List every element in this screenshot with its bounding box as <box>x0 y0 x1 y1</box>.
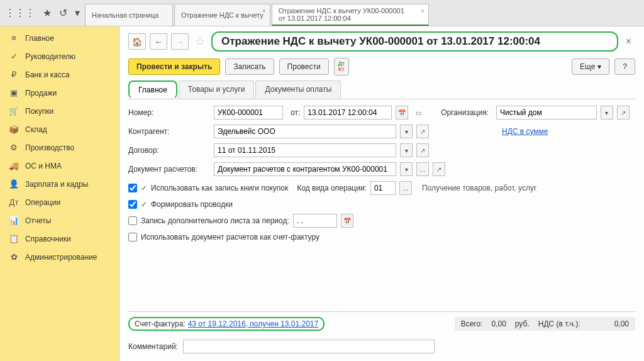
sidebar-item-bank[interactable]: ₽Банк и касса <box>0 65 119 84</box>
number-input[interactable] <box>214 106 283 119</box>
date-label: от: <box>291 108 300 117</box>
dropdown-icon[interactable]: ▾ <box>75 7 80 19</box>
checkbox-label: Формировать проводки <box>151 200 233 209</box>
sidebar-item-warehouse[interactable]: 📦Склад <box>0 120 119 138</box>
page-title: Отражение НДС к вычету УК00-000001 от 13… <box>211 31 618 52</box>
close-icon[interactable]: × <box>420 7 424 14</box>
favorite-icon[interactable]: ☆ <box>192 35 208 48</box>
sidebar-item-payroll[interactable]: 👤Зарплата и кадры <box>0 175 119 193</box>
apps-icon[interactable]: ⋮⋮⋮ <box>5 7 35 19</box>
sales-icon: ▣ <box>9 88 19 97</box>
org-input[interactable] <box>496 106 597 119</box>
date-input[interactable] <box>304 106 392 119</box>
open-icon[interactable]: ↗ <box>617 106 630 119</box>
contract-label: Договор: <box>128 146 210 155</box>
report-icon: 📊 <box>9 216 19 225</box>
subtab-paydocs[interactable]: Документы оплаты <box>255 81 341 99</box>
vat-label: НДС (в т.ч.): <box>538 319 580 328</box>
more-label: Еще <box>580 62 595 71</box>
ellipsis-icon[interactable]: … <box>399 181 412 195</box>
contract-input[interactable] <box>214 143 396 157</box>
opcode-input[interactable] <box>370 181 396 195</box>
sidebar-item-reports[interactable]: 📊Отчеты <box>0 211 119 230</box>
sidebar-item-admin[interactable]: ✿Администрирование <box>0 248 119 266</box>
write-button[interactable]: Записать <box>225 58 274 75</box>
post-button[interactable]: Провести <box>279 58 329 75</box>
dtkt-button[interactable]: ДтКт <box>334 58 349 75</box>
opcode-description: Получение товаров, работ, услуг <box>422 184 536 192</box>
sidebar-item-assets[interactable]: 🚚ОС и НМА <box>0 157 119 175</box>
close-icon[interactable]: × <box>622 36 635 47</box>
checkbox-label: Использовать как запись книги покупок <box>151 184 288 192</box>
history-icon[interactable]: ↺ <box>59 7 67 19</box>
help-button[interactable]: ? <box>614 58 635 75</box>
sidebar-item-label: Справочники <box>25 235 71 243</box>
comment-label: Комментарий: <box>128 342 178 351</box>
vat-mode-link[interactable]: НДС в сумме <box>502 127 548 136</box>
dropdown-icon[interactable]: ▾ <box>601 106 613 119</box>
open-icon[interactable]: ↗ <box>433 162 445 176</box>
box-icon: 📦 <box>9 125 19 134</box>
tab-vat-deduction[interactable]: Отражение НДС к вычету × <box>174 4 270 26</box>
status-icon: ▭ <box>412 106 425 119</box>
sidebar-item-main[interactable]: ≡Главное <box>0 29 119 47</box>
sidebar-item-label: Руководителю <box>25 52 75 61</box>
invoice-label: Счет-фактура: <box>135 319 186 328</box>
sidebar-item-production[interactable]: ⚙Производство <box>0 138 119 157</box>
tab-label: Начальная страница <box>92 11 166 19</box>
tab-document-active[interactable]: Отражение НДС к вычету УК00-000001 от 13… <box>272 4 429 26</box>
tab-home[interactable]: Начальная страница <box>85 4 173 26</box>
person-icon: 👤 <box>9 179 19 189</box>
open-icon[interactable]: ↗ <box>416 143 429 157</box>
dropdown-icon[interactable]: ▾ <box>400 125 413 138</box>
subtab-goods[interactable]: Товары и услуги <box>179 81 255 99</box>
open-icon[interactable]: ↗ <box>416 125 429 138</box>
sidebar-item-label: Зарплата и кадры <box>25 180 88 189</box>
use-calcdoc-as-invoice-checkbox[interactable]: Использовать документ расчетов как счет-… <box>128 233 319 242</box>
sidebar-item-label: Операции <box>25 198 60 207</box>
dropdown-icon[interactable]: ▾ <box>400 143 413 157</box>
additional-sheet-checkbox[interactable]: Запись дополнительного листа за период: <box>128 216 289 225</box>
sidebar-item-manager[interactable]: ✓Руководителю <box>0 47 119 65</box>
total-value: 0,00 <box>491 319 506 328</box>
period-input[interactable] <box>293 214 337 228</box>
calcdoc-input[interactable] <box>214 162 396 176</box>
checkbox-label: Запись дополнительного листа за период: <box>141 216 289 225</box>
purchase-book-checkbox[interactable]: ✓Использовать как запись книги покупок <box>128 184 288 192</box>
sidebar-item-label: Продажи <box>25 89 57 97</box>
dtkt-icon: Дт <box>9 197 19 207</box>
close-icon[interactable]: × <box>262 7 265 14</box>
number-label: Номер: <box>128 108 210 117</box>
star-icon[interactable]: ★ <box>43 7 52 19</box>
form-postings-checkbox[interactable]: ✓Формировать проводки <box>128 200 233 209</box>
sidebar-item-purchases[interactable]: 🛒Покупки <box>0 102 119 120</box>
sidebar-item-label: Главное <box>25 34 54 43</box>
subtab-main[interactable]: Главное <box>128 81 177 99</box>
top-icons: ⋮⋮⋮ ★ ↺ ▾ <box>0 0 85 26</box>
content-area: 🏠 ← → ☆ Отражение НДС к вычету УК00-0000… <box>119 26 644 361</box>
calendar-icon[interactable]: 📅 <box>341 214 353 228</box>
cart-icon: 🛒 <box>9 106 19 116</box>
sidebar-item-sales[interactable]: ▣Продажи <box>0 84 119 102</box>
contragent-input[interactable] <box>214 125 396 138</box>
dropdown-icon[interactable]: ▾ <box>400 162 413 176</box>
ellipsis-icon[interactable]: … <box>416 162 429 176</box>
post-and-close-button[interactable]: Провести и закрыть <box>128 58 220 75</box>
calendar-icon[interactable]: 📅 <box>396 106 408 119</box>
invoice-link[interactable]: 43 от 19.12.2016, получен 13.01.2017 <box>188 319 319 328</box>
tab-sublabel: от 13.01.2017 12:00:04 <box>279 14 422 22</box>
chevron-down-icon: ▾ <box>597 62 601 71</box>
more-button[interactable]: Еще▾ <box>572 58 609 75</box>
sidebar-item-label: Администрирование <box>25 253 97 262</box>
back-button[interactable]: ← <box>150 33 167 50</box>
truck-icon: 🚚 <box>9 161 19 170</box>
sidebar-item-label: Отчеты <box>25 216 51 225</box>
tab-label: Отражение НДС к вычету УК00-000001 <box>279 7 422 14</box>
sidebar-item-catalogs[interactable]: 📋Справочники <box>0 230 119 248</box>
comment-input[interactable] <box>183 340 435 353</box>
forward-button[interactable]: → <box>171 33 189 50</box>
vat-value: 0,00 <box>614 319 629 328</box>
home-icon[interactable]: 🏠 <box>128 33 146 50</box>
sidebar-item-operations[interactable]: ДтОперации <box>0 193 119 211</box>
sidebar: ≡Главное ✓Руководителю ₽Банк и касса ▣Пр… <box>0 26 119 361</box>
